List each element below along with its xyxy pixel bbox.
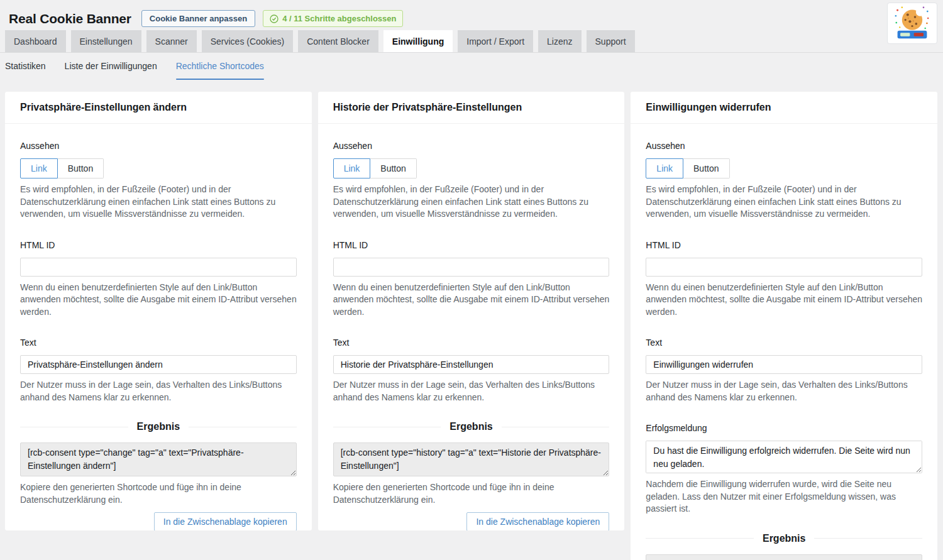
card-body: Aussehen Link Button Es wird empfohlen, … — [318, 124, 625, 530]
card-change-privacy-settings: Privatsphäre-Einstellungen ändern Ausseh… — [5, 92, 312, 530]
card-revoke-consents: Einwilligungen widerrufen Aussehen Link … — [631, 92, 937, 560]
appearance-label: Aussehen — [646, 139, 922, 153]
page-title: Real Cookie Banner — [9, 11, 131, 26]
card-title: Einwilligungen widerrufen — [646, 100, 922, 115]
html-id-input[interactable] — [20, 258, 297, 277]
shortcode-output[interactable]: [rcb-consent type="change" tag="a" text=… — [20, 442, 297, 476]
tab-einwilligung[interactable]: Einwilligung — [383, 30, 453, 52]
text-help: Der Nutzer muss in der Lage sein, das Ve… — [333, 379, 610, 404]
appearance-link-option[interactable]: Link — [20, 158, 58, 178]
html-id-input[interactable] — [333, 258, 610, 277]
html-id-label: HTML ID — [20, 238, 297, 252]
divider-line — [20, 427, 128, 427]
success-message-label: Erfolgsmeldung — [646, 421, 922, 435]
appearance-button-option[interactable]: Button — [58, 158, 104, 178]
text-help: Der Nutzer muss in der Lage sein, das Ve… — [646, 379, 922, 404]
copy-help: Kopiere den generierten Shortcode und fü… — [333, 481, 610, 506]
check-circle-icon — [270, 14, 278, 23]
steps-progress-badge: 4 / 11 Schritte abgeschlossen — [263, 10, 403, 27]
divider-line — [646, 538, 754, 539]
html-id-help: Wenn du einen benutzerdefinierten Style … — [20, 282, 297, 319]
divider-line — [189, 427, 297, 427]
result-heading: Ergebnis — [137, 421, 180, 432]
result-divider: Ergebnis — [333, 421, 610, 432]
tab-content-blocker[interactable]: Content Blocker — [298, 30, 378, 52]
success-message-help: Nachdem die Einwilligung widerrufen wurd… — [646, 478, 922, 515]
subnav-rechtliche-shortcodes[interactable]: Rechtliche Shortcodes — [176, 61, 264, 80]
appearance-help: Es wird empfohlen, in der Fußzeile (Foot… — [333, 184, 610, 221]
result-heading: Ergebnis — [763, 533, 805, 544]
appearance-toggle: Link Button — [20, 158, 104, 178]
main-tab-bar: Dashboard Einstellungen Scanner Services… — [0, 30, 943, 53]
cookie-logo — [887, 3, 937, 44]
appearance-link-option[interactable]: Link — [333, 158, 371, 178]
card-title: Historie der Privatsphäre-Einstellungen — [333, 100, 610, 115]
customize-banner-button[interactable]: Cookie Banner anpassen — [141, 10, 255, 27]
appearance-label: Aussehen — [333, 139, 610, 153]
card-header: Privatsphäre-Einstellungen ändern — [5, 92, 312, 124]
card-title: Privatsphäre-Einstellungen ändern — [20, 100, 297, 115]
shortcode-output[interactable]: [rcb-consent type="revoke" tag="a" text=… — [646, 554, 922, 560]
text-input[interactable] — [20, 355, 297, 374]
subnav-statistiken[interactable]: Statistiken — [5, 61, 46, 80]
text-help: Der Nutzer muss in der Lage sein, das Ve… — [20, 379, 297, 404]
card-body: Aussehen Link Button Es wird empfohlen, … — [631, 124, 937, 560]
html-id-label: HTML ID — [333, 238, 610, 252]
divider-line — [814, 538, 922, 539]
result-divider: Ergebnis — [646, 533, 922, 544]
tab-lizenz[interactable]: Lizenz — [538, 30, 581, 52]
appearance-help: Es wird empfohlen, in der Fußzeile (Foot… — [646, 184, 922, 221]
appearance-help: Es wird empfohlen, in der Fußzeile (Foot… — [20, 184, 297, 221]
card-body: Aussehen Link Button Es wird empfohlen, … — [5, 124, 312, 530]
tab-services-cookies[interactable]: Services (Cookies) — [202, 30, 293, 52]
appearance-button-option[interactable]: Button — [370, 158, 416, 178]
divider-line — [502, 427, 610, 427]
steps-progress-label: 4 / 11 Schritte abgeschlossen — [282, 14, 396, 23]
consent-subnav: Statistiken Liste der Einwilligungen Rec… — [0, 53, 943, 92]
appearance-toggle: Link Button — [333, 158, 417, 178]
tab-support[interactable]: Support — [587, 30, 635, 52]
topbar: Real Cookie Banner Cookie Banner anpasse… — [0, 0, 943, 30]
appearance-toggle: Link Button — [646, 158, 729, 178]
shortcode-output[interactable]: [rcb-consent type="history" tag="a" text… — [333, 442, 610, 476]
appearance-label: Aussehen — [20, 139, 297, 153]
text-label: Text — [20, 336, 297, 349]
text-input[interactable] — [333, 355, 610, 374]
text-label: Text — [333, 336, 610, 349]
shortcode-cards: Privatsphäre-Einstellungen ändern Ausseh… — [0, 92, 943, 560]
subnav-liste-der-einwilligungen[interactable]: Liste der Einwilligungen — [65, 61, 157, 80]
result-divider: Ergebnis — [20, 421, 297, 432]
copy-to-clipboard-button[interactable]: In die Zwischenablage kopieren — [154, 512, 297, 530]
html-id-help: Wenn du einen benutzerdefinierten Style … — [646, 282, 922, 319]
appearance-link-option[interactable]: Link — [646, 158, 683, 178]
card-header: Historie der Privatsphäre-Einstellungen — [318, 92, 625, 124]
copy-help: Kopiere den generierten Shortcode und fü… — [20, 481, 297, 506]
result-heading: Ergebnis — [449, 421, 492, 432]
html-id-help: Wenn du einen benutzerdefinierten Style … — [333, 282, 610, 319]
divider-line — [333, 427, 441, 427]
tab-import-export[interactable]: Import / Export — [458, 30, 533, 52]
card-privacy-settings-history: Historie der Privatsphäre-Einstellungen … — [318, 92, 625, 530]
html-id-input[interactable] — [646, 258, 922, 277]
copy-to-clipboard-button[interactable]: In die Zwischenablage kopieren — [466, 512, 609, 530]
tab-einstellungen[interactable]: Einstellungen — [71, 30, 141, 52]
tab-dashboard[interactable]: Dashboard — [5, 30, 66, 52]
card-header: Einwilligungen widerrufen — [631, 92, 937, 124]
appearance-button-option[interactable]: Button — [683, 158, 729, 178]
tab-scanner[interactable]: Scanner — [146, 30, 197, 52]
success-message-input[interactable]: Du hast die Einwilligung erfolgreich wid… — [646, 441, 922, 473]
html-id-label: HTML ID — [646, 238, 922, 252]
text-input[interactable] — [646, 355, 922, 374]
text-label: Text — [646, 336, 922, 349]
